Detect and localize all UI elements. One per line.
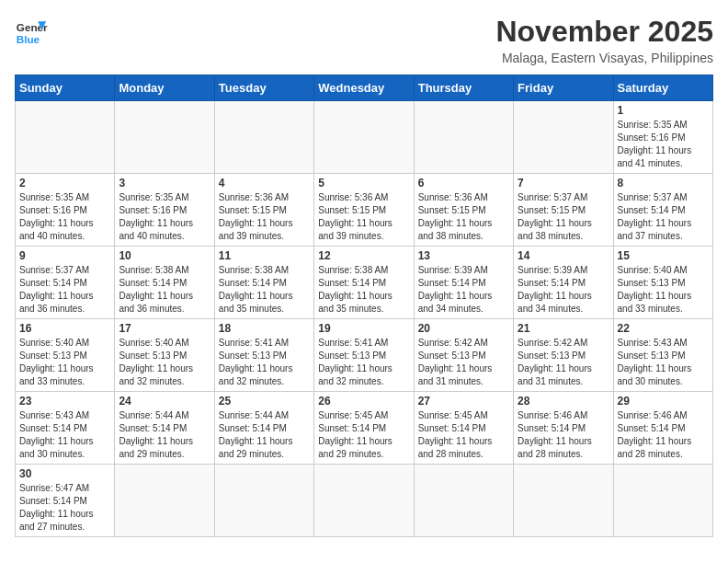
day-info: Sunrise: 5:36 AMSunset: 5:15 PMDaylight:… (418, 191, 509, 243)
day-info: Sunrise: 5:47 AMSunset: 5:14 PMDaylight:… (19, 482, 110, 534)
calendar-cell (514, 465, 613, 537)
calendar-cell: 10Sunrise: 5:38 AMSunset: 5:14 PMDayligh… (115, 247, 214, 319)
calendar-cell: 6Sunrise: 5:36 AMSunset: 5:15 PMDaylight… (414, 174, 513, 247)
day-info: Sunrise: 5:43 AMSunset: 5:13 PMDaylight:… (618, 337, 709, 388)
col-header-wednesday: Wednesday (314, 75, 414, 101)
day-info: Sunrise: 5:41 AMSunset: 5:13 PMDaylight:… (318, 337, 409, 388)
logo: General Blue (15, 15, 48, 48)
day-number: 18 (219, 322, 310, 335)
calendar-cell (16, 101, 115, 174)
day-info: Sunrise: 5:40 AMSunset: 5:13 PMDaylight:… (119, 337, 210, 388)
calendar-cell (414, 465, 513, 537)
calendar-cell: 25Sunrise: 5:44 AMSunset: 5:14 PMDayligh… (214, 392, 313, 465)
calendar-week-row: 23Sunrise: 5:43 AMSunset: 5:14 PMDayligh… (16, 392, 713, 465)
day-number: 9 (19, 249, 110, 262)
day-number: 13 (418, 249, 509, 262)
day-info: Sunrise: 5:35 AMSunset: 5:16 PMDaylight:… (618, 119, 709, 170)
calendar-cell: 28Sunrise: 5:46 AMSunset: 5:14 PMDayligh… (514, 392, 613, 465)
day-info: Sunrise: 5:46 AMSunset: 5:14 PMDaylight:… (518, 409, 609, 461)
day-info: Sunrise: 5:42 AMSunset: 5:13 PMDaylight:… (518, 337, 609, 388)
calendar-cell: 21Sunrise: 5:42 AMSunset: 5:13 PMDayligh… (514, 319, 613, 392)
calendar-cell: 1Sunrise: 5:35 AMSunset: 5:16 PMDaylight… (613, 101, 712, 174)
day-number: 30 (19, 467, 110, 480)
calendar-cell: 22Sunrise: 5:43 AMSunset: 5:13 PMDayligh… (613, 319, 712, 392)
day-info: Sunrise: 5:45 AMSunset: 5:14 PMDaylight:… (318, 409, 409, 461)
col-header-sunday: Sunday (16, 75, 115, 101)
day-info: Sunrise: 5:38 AMSunset: 5:14 PMDaylight:… (318, 264, 409, 316)
day-number: 3 (119, 177, 210, 190)
day-info: Sunrise: 5:38 AMSunset: 5:14 PMDaylight:… (219, 264, 310, 316)
calendar-cell: 30Sunrise: 5:47 AMSunset: 5:14 PMDayligh… (16, 465, 115, 537)
calendar-cell: 18Sunrise: 5:41 AMSunset: 5:13 PMDayligh… (214, 319, 313, 392)
day-number: 2 (19, 177, 110, 190)
calendar-cell: 14Sunrise: 5:39 AMSunset: 5:14 PMDayligh… (514, 247, 613, 319)
location-title: Malaga, Eastern Visayas, Philippines (495, 51, 713, 65)
calendar-cell: 15Sunrise: 5:40 AMSunset: 5:13 PMDayligh… (613, 247, 712, 319)
day-info: Sunrise: 5:42 AMSunset: 5:13 PMDaylight:… (418, 337, 509, 388)
calendar-cell (314, 465, 414, 537)
calendar-cell: 20Sunrise: 5:42 AMSunset: 5:13 PMDayligh… (414, 319, 513, 392)
calendar-cell (214, 101, 313, 174)
day-number: 7 (518, 177, 609, 190)
day-number: 8 (618, 177, 709, 190)
day-info: Sunrise: 5:43 AMSunset: 5:14 PMDaylight:… (19, 409, 110, 461)
calendar-week-row: 16Sunrise: 5:40 AMSunset: 5:13 PMDayligh… (16, 319, 713, 392)
day-info: Sunrise: 5:35 AMSunset: 5:16 PMDaylight:… (119, 191, 210, 243)
title-area: November 2025 Malaga, Eastern Visayas, P… (495, 15, 713, 65)
calendar-cell (214, 465, 313, 537)
calendar-cell (115, 101, 214, 174)
day-info: Sunrise: 5:44 AMSunset: 5:14 PMDaylight:… (119, 409, 210, 461)
calendar-cell (115, 465, 214, 537)
calendar-cell: 9Sunrise: 5:37 AMSunset: 5:14 PMDaylight… (16, 247, 115, 319)
calendar-cell (314, 101, 414, 174)
calendar-table: SundayMondayTuesdayWednesdayThursdayFrid… (15, 75, 713, 537)
day-number: 17 (119, 322, 210, 335)
logo-icon: General Blue (15, 15, 48, 48)
svg-text:Blue: Blue (17, 33, 40, 45)
col-header-friday: Friday (514, 75, 613, 101)
calendar-cell (414, 101, 513, 174)
calendar-cell: 12Sunrise: 5:38 AMSunset: 5:14 PMDayligh… (314, 247, 414, 319)
day-number: 29 (618, 395, 709, 408)
day-number: 14 (518, 249, 609, 262)
day-number: 28 (518, 395, 609, 408)
day-info: Sunrise: 5:36 AMSunset: 5:15 PMDaylight:… (219, 191, 310, 243)
calendar-cell (514, 101, 613, 174)
day-number: 25 (219, 395, 310, 408)
day-info: Sunrise: 5:44 AMSunset: 5:14 PMDaylight:… (219, 409, 310, 461)
calendar-cell: 16Sunrise: 5:40 AMSunset: 5:13 PMDayligh… (16, 319, 115, 392)
col-header-thursday: Thursday (414, 75, 513, 101)
day-number: 6 (418, 177, 509, 190)
calendar-cell: 19Sunrise: 5:41 AMSunset: 5:13 PMDayligh… (314, 319, 414, 392)
day-info: Sunrise: 5:35 AMSunset: 5:16 PMDaylight:… (19, 191, 110, 243)
day-number: 15 (618, 249, 709, 262)
calendar-cell: 23Sunrise: 5:43 AMSunset: 5:14 PMDayligh… (16, 392, 115, 465)
day-number: 27 (418, 395, 509, 408)
calendar-week-row: 2Sunrise: 5:35 AMSunset: 5:16 PMDaylight… (16, 174, 713, 247)
calendar-cell: 3Sunrise: 5:35 AMSunset: 5:16 PMDaylight… (115, 174, 214, 247)
calendar-cell: 29Sunrise: 5:46 AMSunset: 5:14 PMDayligh… (613, 392, 712, 465)
day-info: Sunrise: 5:40 AMSunset: 5:13 PMDaylight:… (618, 264, 709, 316)
day-number: 26 (318, 395, 409, 408)
day-info: Sunrise: 5:39 AMSunset: 5:14 PMDaylight:… (418, 264, 509, 316)
day-info: Sunrise: 5:38 AMSunset: 5:14 PMDaylight:… (119, 264, 210, 316)
day-info: Sunrise: 5:37 AMSunset: 5:15 PMDaylight:… (518, 191, 609, 243)
day-number: 22 (618, 322, 709, 335)
calendar-cell: 26Sunrise: 5:45 AMSunset: 5:14 PMDayligh… (314, 392, 414, 465)
day-number: 20 (418, 322, 509, 335)
calendar-week-row: 30Sunrise: 5:47 AMSunset: 5:14 PMDayligh… (16, 465, 713, 537)
day-number: 23 (19, 395, 110, 408)
month-title: November 2025 (495, 15, 713, 49)
calendar-cell: 17Sunrise: 5:40 AMSunset: 5:13 PMDayligh… (115, 319, 214, 392)
day-number: 16 (19, 322, 110, 335)
day-info: Sunrise: 5:37 AMSunset: 5:14 PMDaylight:… (19, 264, 110, 316)
calendar-week-row: 9Sunrise: 5:37 AMSunset: 5:14 PMDaylight… (16, 247, 713, 319)
col-header-saturday: Saturday (613, 75, 712, 101)
calendar-cell: 27Sunrise: 5:45 AMSunset: 5:14 PMDayligh… (414, 392, 513, 465)
day-info: Sunrise: 5:36 AMSunset: 5:15 PMDaylight:… (318, 191, 409, 243)
calendar-cell: 4Sunrise: 5:36 AMSunset: 5:15 PMDaylight… (214, 174, 313, 247)
day-info: Sunrise: 5:37 AMSunset: 5:14 PMDaylight:… (618, 191, 709, 243)
day-number: 1 (618, 104, 709, 117)
col-header-monday: Monday (115, 75, 214, 101)
calendar-cell: 2Sunrise: 5:35 AMSunset: 5:16 PMDaylight… (16, 174, 115, 247)
